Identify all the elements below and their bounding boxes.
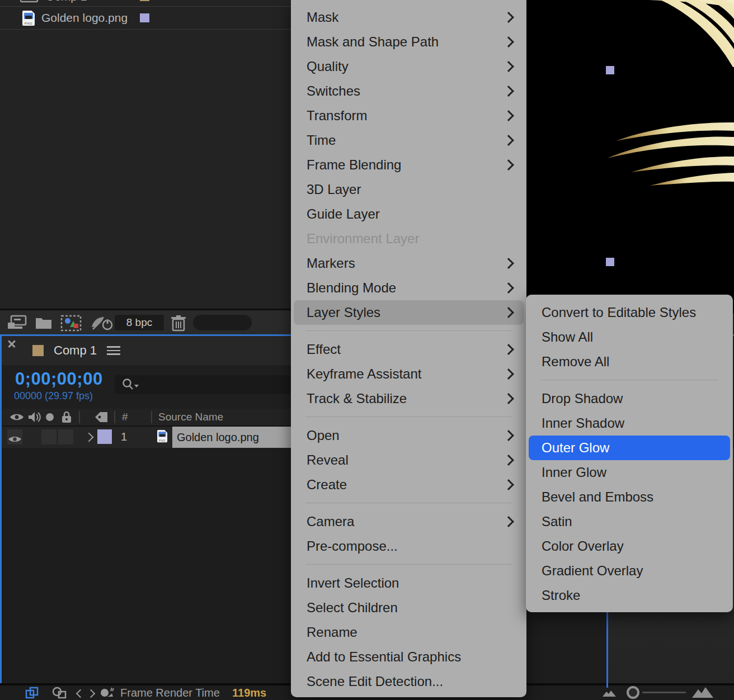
menu-item-quality[interactable]: Quality bbox=[294, 54, 524, 79]
menu-separator bbox=[540, 380, 718, 380]
menu-item-label: Transform bbox=[307, 108, 505, 124]
menu-item-show-all[interactable]: Show All bbox=[529, 325, 730, 349]
current-timecode[interactable]: 0;00;00;00 bbox=[15, 369, 103, 389]
submenu-chevron-icon bbox=[503, 61, 514, 72]
menu-item-frame-blending[interactable]: Frame Blending bbox=[294, 153, 524, 177]
menu-item-convert-to-editable-styles[interactable]: Convert to Editable Styles bbox=[529, 300, 730, 325]
menu-item-label: Mask bbox=[307, 10, 505, 25]
project-search-pill[interactable] bbox=[193, 315, 252, 330]
menu-item-label: Bevel and Emboss bbox=[542, 489, 721, 505]
menu-item-pre-compose[interactable]: Pre-compose... bbox=[294, 534, 524, 559]
renderer-icon[interactable] bbox=[90, 315, 113, 332]
menu-item-satin[interactable]: Satin bbox=[529, 509, 730, 534]
composition-canvas[interactable] bbox=[523, 0, 734, 313]
label-column-icon bbox=[93, 410, 109, 424]
frame-render-time-value: 119ms bbox=[232, 687, 266, 699]
menu-item-bevel-and-emboss[interactable]: Bevel and Emboss bbox=[529, 485, 730, 509]
menu-item-label: Invert Selection bbox=[307, 575, 515, 591]
menu-item-gradient-overlay[interactable]: Gradient Overlay bbox=[529, 559, 730, 583]
menu-item-invert-selection[interactable]: Invert Selection bbox=[294, 571, 524, 595]
project-item-label: Comp 1 bbox=[46, 0, 87, 3]
divider bbox=[0, 29, 291, 30]
menu-item-outer-glow[interactable]: Outer Glow bbox=[529, 436, 730, 460]
menu-item-drop-shadow[interactable]: Drop Shadow bbox=[529, 386, 730, 411]
menu-item-label: Add to Essential Graphics bbox=[307, 649, 515, 665]
layer-handle[interactable] bbox=[606, 258, 614, 266]
menu-item-transform[interactable]: Transform bbox=[294, 103, 524, 128]
current-time-indicator[interactable] bbox=[606, 608, 608, 688]
menu-item-inner-shadow[interactable]: Inner Shadow bbox=[529, 411, 730, 436]
trash-icon[interactable] bbox=[170, 315, 187, 332]
render-speed-snail-icon[interactable] bbox=[98, 687, 114, 699]
after-effects-window: Comp 1 PNG Golden logo.png bbox=[0, 0, 734, 700]
column-source-name: Source Name bbox=[158, 411, 223, 423]
menu-item-switches[interactable]: Switches bbox=[294, 79, 524, 103]
menu-item-camera[interactable]: Camera bbox=[294, 509, 524, 534]
menu-item-reveal[interactable]: Reveal bbox=[294, 448, 524, 472]
menu-item-remove-all[interactable]: Remove All bbox=[529, 349, 730, 374]
zoom-in-mountain-icon[interactable] bbox=[691, 686, 714, 698]
new-composition-icon[interactable] bbox=[60, 315, 82, 332]
zoom-out-mountain-icon[interactable] bbox=[602, 689, 617, 697]
tab-comp-title[interactable]: Comp 1 bbox=[54, 343, 97, 358]
menu-item-3d-layer[interactable]: 3D Layer bbox=[294, 177, 524, 202]
composition-flowchart-icon[interactable] bbox=[25, 687, 41, 699]
menu-item-open[interactable]: Open bbox=[294, 423, 524, 448]
folder-icon[interactable] bbox=[35, 315, 53, 330]
menu-item-mask-and-shape-path[interactable]: Mask and Shape Path bbox=[294, 30, 524, 54]
timeline-zoom-knob[interactable] bbox=[627, 686, 639, 699]
panel-menu-icon[interactable] bbox=[107, 346, 120, 356]
context-menu-list: MaskMask and Shape PathQualitySwitchesTr… bbox=[291, 5, 526, 694]
menu-item-time[interactable]: Time bbox=[294, 128, 524, 153]
transfer-controls-icon[interactable] bbox=[77, 689, 94, 699]
bit-depth-button[interactable]: 8 bpc bbox=[115, 315, 164, 330]
menu-item-label: Guide Layer bbox=[307, 206, 515, 222]
menu-item-label: Create bbox=[307, 477, 505, 493]
layer-expand-chevron-icon[interactable] bbox=[84, 433, 94, 442]
menu-item-scene-edit-detection[interactable]: Scene Edit Detection... bbox=[294, 669, 524, 694]
label-color-swatch-lavender[interactable] bbox=[140, 13, 149, 22]
menu-item-rename[interactable]: Rename bbox=[294, 620, 524, 645]
menu-item-markers[interactable]: Markers bbox=[294, 251, 524, 276]
menu-item-blending-mode[interactable]: Blending Mode bbox=[294, 276, 524, 300]
menu-item-create[interactable]: Create bbox=[294, 472, 524, 497]
layer-visibility-cell[interactable] bbox=[7, 429, 22, 444]
composition-viewer[interactable] bbox=[523, 0, 734, 335]
menu-item-label: Pre-compose... bbox=[307, 538, 515, 554]
search-input[interactable] bbox=[142, 377, 286, 392]
layer-lock-cell[interactable] bbox=[58, 429, 73, 444]
layer-label-swatch[interactable] bbox=[97, 429, 112, 444]
graph-editor-shapes-icon[interactable] bbox=[52, 687, 68, 699]
label-color-swatch-tan[interactable] bbox=[140, 0, 149, 1]
project-item-golden-logo[interactable]: PNG Golden logo.png bbox=[0, 7, 291, 29]
menu-item-effect[interactable]: Effect bbox=[294, 337, 524, 362]
menu-item-stroke[interactable]: Stroke bbox=[529, 583, 730, 608]
submenu-chevron-icon bbox=[503, 479, 514, 490]
menu-item-label: Drop Shadow bbox=[542, 391, 721, 406]
menu-item-guide-layer[interactable]: Guide Layer bbox=[294, 202, 524, 226]
column-divider bbox=[114, 411, 115, 423]
menu-item-track-stabilize[interactable]: Track & Stabilize bbox=[294, 386, 524, 411]
submenu-chevron-icon bbox=[503, 110, 514, 121]
menu-item-keyframe-assistant[interactable]: Keyframe Assistant bbox=[294, 362, 524, 386]
menu-item-inner-glow[interactable]: Inner Glow bbox=[529, 460, 730, 485]
submenu-chevron-icon bbox=[503, 307, 514, 318]
menu-item-add-to-essential-graphics[interactable]: Add to Essential Graphics bbox=[294, 645, 524, 669]
png-file-icon: PNG bbox=[22, 11, 35, 26]
submenu-chevron-icon bbox=[503, 36, 514, 48]
menu-item-label: Outer Glow bbox=[542, 440, 721, 456]
layer-handle[interactable] bbox=[606, 66, 614, 74]
menu-item-select-children[interactable]: Select Children bbox=[294, 595, 524, 620]
menu-item-label: Time bbox=[307, 133, 505, 148]
layer-audio-cell[interactable] bbox=[41, 429, 57, 444]
menu-item-layer-styles[interactable]: Layer Styles bbox=[294, 300, 524, 325]
submenu-chevron-icon bbox=[503, 368, 514, 380]
menu-separator bbox=[305, 503, 512, 503]
menu-item-mask[interactable]: Mask bbox=[294, 5, 524, 30]
timeline-zoom-track[interactable] bbox=[642, 692, 686, 693]
menu-item-label: Inner Shadow bbox=[542, 415, 721, 431]
layer-source-name[interactable]: Golden logo.png bbox=[172, 427, 293, 448]
interpret-footage-icon[interactable] bbox=[7, 315, 27, 330]
menu-item-label: Open bbox=[307, 428, 505, 443]
menu-item-color-overlay[interactable]: Color Overlay bbox=[529, 534, 730, 559]
